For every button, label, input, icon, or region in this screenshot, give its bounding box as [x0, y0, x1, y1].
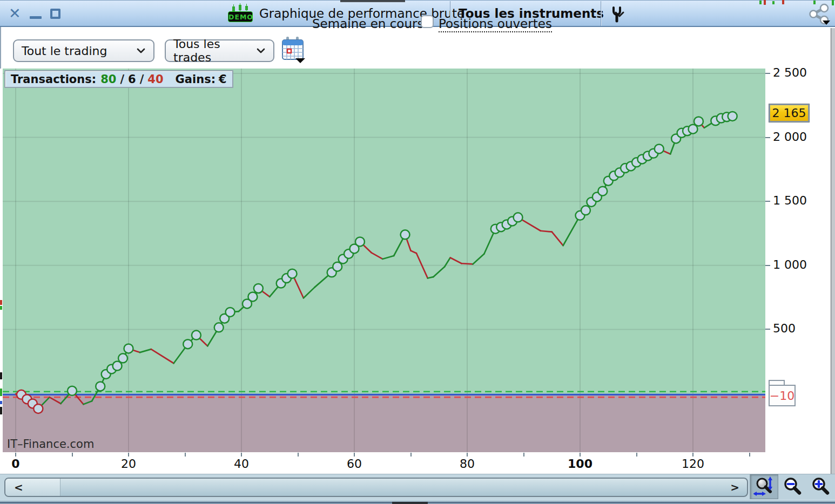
x-axis-label: 0 — [11, 457, 19, 471]
zoom-in-button[interactable] — [806, 474, 834, 499]
trades-filter-select[interactable]: Tous les trades — [165, 39, 274, 62]
open-positions-checkbox[interactable] — [421, 15, 434, 28]
trade-marker — [183, 339, 192, 349]
x-axis-tick — [410, 453, 412, 457]
background-candle-speck — [782, 0, 784, 4]
trade-marker — [214, 323, 224, 332]
trade-marker — [118, 353, 127, 363]
background-candle-speck — [772, 1, 775, 4]
zero-line-label: −10 — [769, 385, 796, 406]
trade-marker — [694, 117, 703, 126]
trade-marker — [192, 331, 201, 340]
y-axis-label: 1 000 — [773, 258, 807, 271]
x-axis-tick — [580, 453, 581, 457]
x-axis-tick — [692, 453, 693, 457]
trade-marker — [401, 230, 410, 239]
close-icon[interactable]: ✕ — [9, 6, 21, 21]
scroll-right-icon[interactable]: > — [730, 481, 739, 494]
y-axis-tick — [765, 265, 770, 266]
y-axis-tick — [765, 73, 770, 74]
x-axis-tick — [72, 453, 73, 457]
x-axis-tick — [241, 453, 242, 457]
trade-marker — [68, 386, 77, 396]
background-text-fragment — [340, 0, 405, 2]
titlebar-separator — [601, 1, 601, 26]
share-icon[interactable] — [808, 3, 831, 25]
background-text-fragment — [392, 502, 428, 504]
trade-marker — [598, 187, 607, 196]
background-speck — [0, 300, 2, 305]
chevron-down-icon — [256, 47, 266, 54]
background-candle-speck — [764, 0, 766, 5]
background-speck — [0, 372, 2, 379]
trade-marker — [96, 382, 105, 391]
trading-scope-select[interactable]: Tout le trading — [13, 39, 154, 62]
negative-area — [3, 394, 765, 452]
calendar-icon[interactable] — [281, 37, 306, 64]
y-axis-label: 500 — [773, 322, 796, 335]
watermark: IT–Finance.com — [7, 438, 94, 451]
x-axis-tick — [298, 453, 299, 457]
background-candle-speck — [832, 0, 834, 5]
zoom-in-icon — [810, 476, 831, 498]
chevron-down-icon — [136, 47, 146, 54]
trade-marker — [514, 213, 523, 222]
losses-count: 40 — [147, 73, 163, 86]
x-axis-label: 20 — [121, 457, 136, 471]
minimize-icon[interactable] — [30, 16, 42, 19]
zoom-fit-button[interactable] — [750, 474, 778, 499]
x-axis-tick — [523, 453, 524, 457]
chart-scroll-row: < > — [0, 474, 835, 499]
trade-marker — [355, 237, 365, 246]
background-speck — [0, 401, 2, 404]
wrench-icon[interactable] — [609, 5, 625, 23]
demo-badge: DEMO — [228, 3, 254, 24]
trading-scope-value: Tout le trading — [22, 44, 136, 58]
x-axis-tick — [467, 453, 468, 457]
zoom-fit-icon — [753, 476, 775, 498]
open-positions-label: Positions ouvertes — [439, 17, 552, 32]
trade-marker — [581, 206, 590, 215]
trade-marker — [248, 292, 257, 301]
x-axis-tick — [15, 453, 16, 457]
neutral-count: 6 — [128, 73, 136, 86]
demo-badge-label: DEMO — [228, 11, 253, 22]
y-axis-label: 2 000 — [773, 130, 807, 144]
performance-segment — [541, 231, 552, 232]
candlestick-icon — [231, 3, 251, 12]
window-controls: ✕ — [9, 5, 60, 22]
trade-marker — [655, 144, 664, 153]
background-speck — [0, 306, 2, 310]
background-speck — [0, 389, 2, 396]
zoom-toolbar — [750, 474, 835, 500]
trade-marker — [254, 284, 263, 293]
y-axis-tick — [765, 329, 770, 330]
transactions-label: Transactions: — [11, 73, 96, 86]
trade-marker — [124, 344, 133, 353]
x-axis-tick — [128, 453, 129, 457]
transactions-summary: Transactions: 80 / 6 / 40 Gains: € — [4, 70, 233, 88]
zoom-out-icon — [782, 476, 803, 498]
x-axis-tick — [354, 453, 355, 457]
x-axis-label: 120 — [682, 457, 704, 471]
performance-chart[interactable] — [3, 69, 765, 452]
trade-marker — [33, 404, 43, 413]
horizontal-scrollbar[interactable]: < > — [4, 478, 748, 497]
x-axis-tick — [185, 453, 186, 457]
open-positions-link[interactable]: Positions ouvertes — [439, 17, 552, 31]
trade-marker — [288, 269, 297, 278]
background-candle-speck — [759, 1, 762, 4]
trade-marker — [728, 112, 737, 121]
scroll-left-icon[interactable]: < — [14, 481, 23, 494]
gains-currency: € — [219, 73, 227, 86]
maximize-icon[interactable] — [50, 9, 60, 19]
y-axis-label: 2 500 — [773, 66, 807, 79]
positive-area — [3, 69, 765, 394]
zoom-out-button[interactable] — [778, 474, 806, 499]
gains-label: Gains: — [176, 73, 216, 86]
wins-count: 80 — [100, 73, 116, 86]
y-axis-label: 1 500 — [773, 194, 807, 207]
chart-canvas — [3, 69, 765, 452]
background-candle-speck — [813, 1, 816, 4]
current-value-badge: 2 165 — [769, 104, 809, 122]
